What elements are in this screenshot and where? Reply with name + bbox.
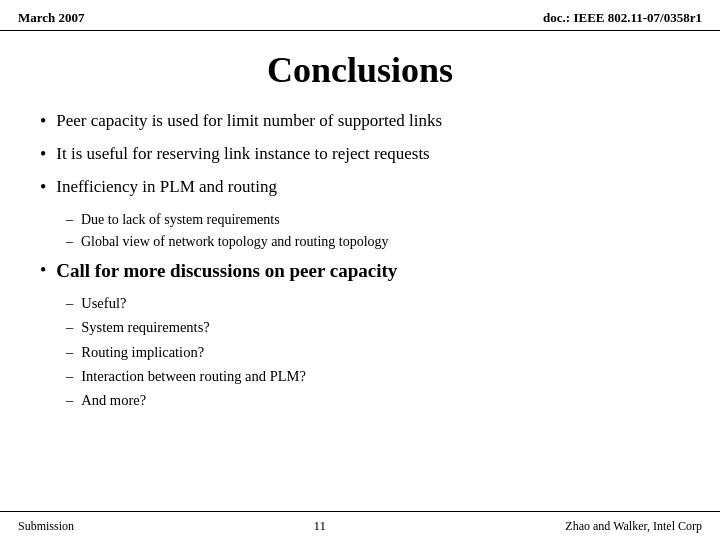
sub-text-4-2: System requirements? [81,316,209,339]
footer-center: 11 [313,518,326,534]
content-area: • Peer capacity is used for limit number… [0,101,720,511]
sub-item-4-4: – Interaction between routing and PLM? [66,365,680,388]
bullet-item-4: • Call for more discussions on peer capa… [40,258,680,285]
sub-dash-3-1: – [66,209,73,230]
slide-footer: Submission 11 Zhao and Walker, Intel Cor… [0,511,720,540]
bullet-dot-1: • [40,109,46,134]
sub-text-4-4: Interaction between routing and PLM? [81,365,306,388]
sub-item-4-5: – And more? [66,389,680,412]
bullet-item-3: • Inefficiency in PLM and routing [40,175,680,200]
sub-dash-4-4: – [66,365,73,388]
sub-dash-3-2: – [66,231,73,252]
bullet-text-1: Peer capacity is used for limit number o… [56,109,442,133]
sub-dash-4-3: – [66,341,73,364]
sub-dash-4-2: – [66,316,73,339]
bullet-list-4: • Call for more discussions on peer capa… [40,258,680,285]
sub-list-4: – Useful? – System requirements? – Routi… [66,292,680,412]
bullet-dot-3: • [40,175,46,200]
footer-right: Zhao and Walker, Intel Corp [565,519,702,534]
sub-text-4-1: Useful? [81,292,126,315]
sub-item-4-3: – Routing implication? [66,341,680,364]
sub-text-3-2: Global view of network topology and rout… [81,231,389,252]
bullet-text-2: It is useful for reserving link instance… [56,142,429,166]
bullet-dot-4: • [40,258,46,283]
sub-text-3-1: Due to lack of system requirements [81,209,280,230]
sub-text-4-5: And more? [81,389,146,412]
slide-header: March 2007 doc.: IEEE 802.11-07/0358r1 [0,0,720,31]
sub-item-3-2: – Global view of network topology and ro… [66,231,680,252]
slide: March 2007 doc.: IEEE 802.11-07/0358r1 C… [0,0,720,540]
sub-text-4-3: Routing implication? [81,341,204,364]
sub-list-3: – Due to lack of system requirements – G… [66,209,680,252]
bullet-list: • Peer capacity is used for limit number… [40,109,680,201]
sub-item-4-1: – Useful? [66,292,680,315]
header-right: doc.: IEEE 802.11-07/0358r1 [543,10,702,26]
sub-item-4-2: – System requirements? [66,316,680,339]
sub-dash-4-5: – [66,389,73,412]
bullet-dot-2: • [40,142,46,167]
sub-dash-4-1: – [66,292,73,315]
bullet-item-1: • Peer capacity is used for limit number… [40,109,680,134]
bullet-item-2: • It is useful for reserving link instan… [40,142,680,167]
bullet-text-3: Inefficiency in PLM and routing [56,175,277,199]
footer-left: Submission [18,519,74,534]
title-area: Conclusions [0,31,720,101]
sub-item-3-1: – Due to lack of system requirements [66,209,680,230]
header-left: March 2007 [18,10,85,26]
slide-title: Conclusions [40,49,680,91]
bullet-text-4: Call for more discussions on peer capaci… [56,258,397,285]
